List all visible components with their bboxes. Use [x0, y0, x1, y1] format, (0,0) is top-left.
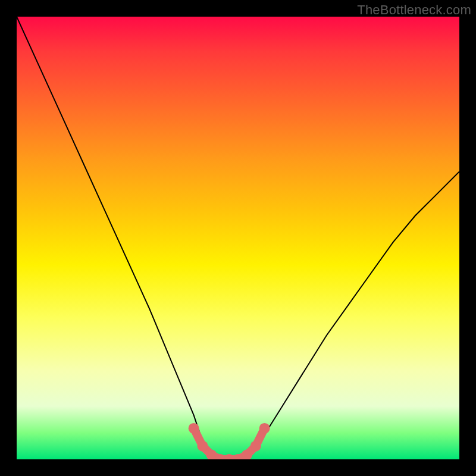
trough-marker [250, 441, 261, 452]
trough-marker [259, 423, 270, 434]
trough-marker [189, 423, 199, 434]
trough-marker [198, 441, 208, 452]
watermark-label: TheBottleneck.com [357, 2, 471, 18]
bottleneck-chart [17, 17, 459, 459]
curve-layer [17, 17, 459, 459]
bottleneck-curve-path [17, 17, 459, 459]
